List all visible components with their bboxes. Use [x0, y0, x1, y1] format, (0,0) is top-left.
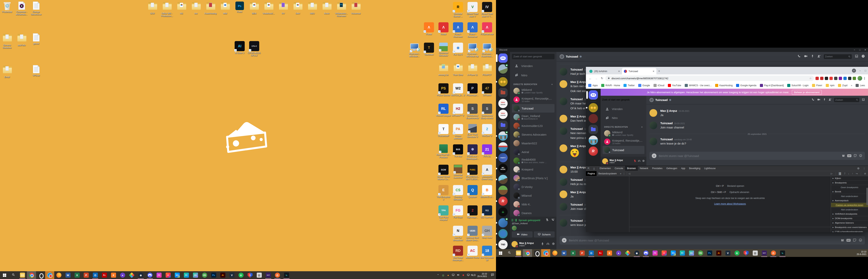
- taskbar-icon-nzxt[interactable]: NZXT: [264, 271, 273, 279]
- screenshare-button[interactable]: Scherm: [534, 231, 555, 237]
- extension-icon-5[interactable]: [839, 77, 842, 80]
- video-button[interactable]: Video: [512, 231, 532, 237]
- start-call-icon[interactable]: [798, 55, 801, 59]
- desktop-icon-x-plane-11[interactable]: X-Plane 11: [465, 63, 480, 76]
- server-icon-server-yellow[interactable]: [498, 77, 507, 86]
- chrome-menu-icon[interactable]: ⋮: [863, 76, 866, 80]
- devtools-tab-beveiliging[interactable]: Beveiliging: [687, 166, 702, 171]
- desktop-icon-fiverr[interactable]: PsFiverr: [232, 2, 247, 13]
- bookmark-youtube[interactable]: YouTube: [668, 84, 681, 87]
- chrome-maximize[interactable]: □: [864, 69, 867, 72]
- taskbar-icon-github[interactable]: ●: [118, 271, 127, 279]
- desktop-icon-hitman[interactable]: 47↗HITMAN: [480, 83, 494, 96]
- discord-close-button[interactable]: ✕: [863, 49, 868, 51]
- desktop-icon-cooking-simulator[interactable]: CS↗Cooking Simulator: [451, 185, 465, 201]
- taskbar-icon-opera[interactable]: [532, 249, 541, 257]
- devtools-sidebar-csp-schendingsbreakpoints[interactable]: ▶CSP-schendingsbreakpoints: [831, 229, 868, 232]
- desktop-icon-vodafonez-[interactable]: VodafoneZ...: [261, 2, 276, 15]
- taskbar-icon-origin[interactable]: O: [769, 249, 778, 257]
- server-icon-folder-red[interactable]: [498, 88, 507, 97]
- server-icon-w-folder[interactable]: [589, 125, 598, 134]
- desktop-icon-satisfactory-early-access[interactable]: S↗Satisfactory Early Access: [480, 104, 494, 119]
- forward-icon[interactable]: →: [594, 76, 599, 81]
- devtools-tab-geheugen[interactable]: Geheugen: [664, 166, 679, 171]
- tray-volume-icon[interactable]: [456, 274, 461, 277]
- desktop-icon-grey-hack[interactable]: GH↗Grey Hack: [480, 226, 494, 239]
- desktop-icon-two-point-hospital[interactable]: TPH↗Two Point Hospital: [436, 206, 451, 221]
- desktop-icon-satisfactory-experimental[interactable]: S↗Satisfactory Experimental: [465, 104, 480, 119]
- pin-icon[interactable]: [811, 55, 814, 59]
- tab-search-icon[interactable]: ▾: [852, 69, 856, 73]
- inbox-icon[interactable]: [855, 55, 858, 59]
- message-input[interactable]: +Bericht sturen naar @Tuinzaad GIF: [560, 236, 865, 245]
- server-icon-server-blueface[interactable]: [498, 218, 507, 227]
- devtools-tab-prestaties[interactable]: Prestaties: [650, 166, 664, 171]
- tray-display-icon[interactable]: [451, 274, 456, 277]
- step-into-icon[interactable]: ↓: [848, 172, 849, 175]
- desktop-icon-payday-2[interactable]: 2↗PAYDAY 2: [480, 124, 494, 137]
- bookmark-twitter[interactable]: Twitter: [623, 84, 634, 87]
- web-dm-knieperd-renzooitje-[interactable]: Knieperd, Renzooitje,...10 leden: [602, 137, 644, 146]
- desktop-icon-highwayp-[interactable]: 2↗highwayp...: [465, 206, 480, 219]
- desktop-icon-grand-theft-auto-v[interactable]: V↗Grand Theft Auto V: [465, 2, 480, 18]
- bookmark--[interactable]: »: [851, 84, 852, 87]
- taskbar-icon-vegas[interactable]: V: [227, 271, 237, 279]
- native-dm-aeiral[interactable]: Aeiral: [512, 148, 555, 156]
- tray-language[interactable]: NLD: [471, 274, 476, 277]
- taskbar-icon-opera[interactable]: [36, 271, 45, 279]
- bookmark-lees[interactable]: Lees: [856, 84, 865, 87]
- pause-script-icon[interactable]: ▌▌: [839, 172, 841, 175]
- taskbar-icon-filezilla[interactable]: Fz: [100, 271, 109, 279]
- new-tab-button[interactable]: +: [656, 68, 662, 74]
- desktop-icon-rv[interactable]: RV: [276, 2, 290, 15]
- bookmark-google-agenda[interactable]: Google Agenda: [736, 84, 756, 87]
- server-icon-w-redr[interactable]: R: [589, 147, 598, 156]
- server-icon-server-mcnode[interactable]: MCNODE: [498, 164, 507, 173]
- taskbar-icon-firefox[interactable]: [54, 271, 63, 279]
- desktop-icon-train-sims[interactable]: Train Sims: [451, 63, 465, 76]
- web-dm-search[interactable]: Zoek of start een gesprek: [602, 97, 645, 102]
- web-call-icon[interactable]: [812, 98, 815, 102]
- more-tabs-icon[interactable]: »: [618, 172, 623, 175]
- taskbar-icon-webstorm[interactable]: WS: [173, 271, 182, 279]
- dm-nav-nitro[interactable]: Nitro: [512, 70, 555, 80]
- desktop-icon-grasmaai-simulator[interactable]: ↗Grasmaai Simulator: [436, 42, 451, 57]
- desktop-icon-fifa-21[interactable]: 21↗FIFA 21: [480, 144, 494, 157]
- disconnect-icon[interactable]: [551, 218, 555, 222]
- desktop-icon-kaashosting[interactable]: KaasHosting: [203, 2, 218, 15]
- desktop-icon-email[interactable]: Email: [0, 65, 14, 78]
- devtools-sidebar-breakpoints[interactable]: ▶Breakpoints: [831, 181, 868, 185]
- desktop-icon-corporate-ashamalu-[interactable]: Corporate - AShamalu...: [14, 2, 29, 16]
- web-mic-muted-icon[interactable]: [633, 159, 636, 163]
- taskbar-icon-xampp[interactable]: X: [605, 249, 614, 257]
- chrome-tab-tuinzaad[interactable]: Tuinzaad✕: [622, 68, 656, 74]
- server-icon-folder-blue[interactable]: [498, 121, 507, 130]
- desktop-icon-stevens-solutions[interactable]: Stevens Solutions: [0, 33, 14, 49]
- taskbar-icon-voicemod-app[interactable]: [541, 249, 550, 257]
- desktop-icon-grand-theft-auto-iv-t-[interactable]: IV↗Grand Theft Auto IV T...: [480, 2, 494, 18]
- taskbar-icon-nzxt[interactable]: NZXT: [760, 249, 769, 257]
- search-button-right[interactable]: [505, 249, 514, 257]
- taskbar-icon-word[interactable]: W: [63, 271, 72, 279]
- desktop-icon-among-us[interactable]: Among Us: [436, 63, 451, 76]
- taskbar-icon-sysmon[interactable]: ▤: [751, 249, 760, 257]
- desktop-icon-sniper-ghost-warrior-co-[interactable]: SGW↗Sniper Ghost Warrior Co...: [436, 165, 451, 180]
- chrome-tab-txadmin[interactable]: (35) txAdmin✕: [587, 68, 622, 74]
- native-dm-daan-holland[interactable]: Daan_Hollanddaanholland.nl: [512, 113, 555, 121]
- desktop-icon-midi[interactable]: Midi: [218, 2, 232, 15]
- web-addfriend-icon[interactable]: [829, 98, 832, 102]
- web-dm-mikkerd[interactable]: MikkerdLuistert naar Spotify: [602, 129, 644, 137]
- chrome-minimize[interactable]: –: [859, 69, 861, 72]
- bookmark-fiverr[interactable]: Fiverr: [812, 84, 822, 87]
- desktop-icon-office-365-profession-[interactable]: Office 365 - Profession...: [160, 2, 175, 17]
- desktop-icon-ns[interactable]: NS: [174, 2, 189, 15]
- desktop-icon-rocket-league[interactable]: RL↗Rocket League: [436, 104, 451, 117]
- help-icon[interactable]: ?: [861, 55, 865, 59]
- extension-icon-6[interactable]: [843, 77, 847, 80]
- desktop-icon-phasmoph-[interactable]: P↗Phasmoph...: [465, 83, 480, 96]
- start-button-right[interactable]: [496, 249, 505, 257]
- web-pin-icon[interactable]: [823, 98, 826, 102]
- desktop-icon-bus-simulator-18[interactable]: 18↗Bus Simulator 18: [480, 246, 494, 261]
- desktop-icon-bot[interactable]: bot: [189, 2, 204, 15]
- server-icon-server-party[interactable]: PARTY: [498, 153, 507, 162]
